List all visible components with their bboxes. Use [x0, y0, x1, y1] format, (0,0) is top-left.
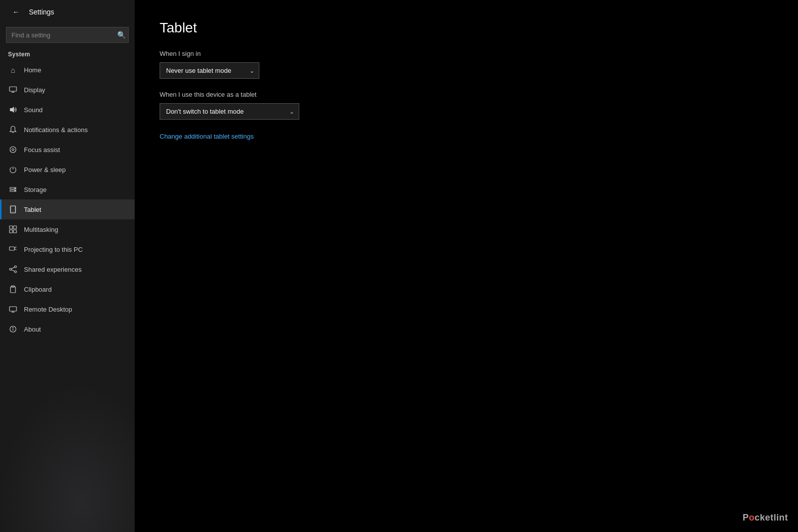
power-icon: [8, 165, 18, 175]
nav-label-power: Power & sleep: [24, 166, 66, 174]
nav-label-notifications: Notifications & actions: [24, 126, 88, 134]
svg-point-20: [9, 268, 11, 270]
use-as-tablet-dropdown[interactable]: Don't switch to tablet mode Switch to ta…: [160, 103, 299, 120]
nav-label-tablet: Tablet: [24, 206, 41, 213]
back-icon: ←: [12, 8, 19, 16]
sign-in-dropdown-container: Never use tablet mode Use tablet mode As…: [160, 62, 259, 79]
sidebar-item-shared[interactable]: Shared experiences: [0, 259, 135, 279]
clipboard-icon: [8, 284, 18, 294]
svg-line-17: [14, 247, 16, 248]
sidebar-item-remote[interactable]: Remote Desktop: [0, 299, 135, 319]
svg-rect-12: [9, 226, 12, 229]
svg-rect-15: [13, 230, 16, 233]
sidebar-item-home[interactable]: ⌂ Home: [0, 60, 135, 80]
sidebar-item-focus[interactable]: Focus assist: [0, 140, 135, 160]
sidebar: ← Settings 🔍 System ⌂ Home Display Sound…: [0, 0, 135, 532]
nav-label-clipboard: Clipboard: [24, 286, 52, 293]
watermark-prefix: P: [743, 513, 749, 523]
shared-icon: [8, 264, 18, 274]
watermark-red: o: [749, 513, 755, 523]
back-button[interactable]: ←: [8, 4, 24, 20]
sidebar-item-projecting[interactable]: Projecting to this PC: [0, 239, 135, 259]
nav-label-about: About: [24, 326, 41, 333]
svg-point-31: [13, 328, 13, 328]
nav-label-display: Display: [24, 86, 45, 94]
sign-in-section: When I sign in Never use tablet mode Use…: [160, 50, 773, 79]
svg-point-19: [14, 266, 16, 268]
projecting-icon: [8, 244, 18, 254]
use-as-tablet-label: When I use this device as a tablet: [160, 91, 773, 98]
sound-icon: [8, 105, 18, 115]
sign-in-label: When I sign in: [160, 50, 773, 57]
sidebar-item-clipboard[interactable]: Clipboard: [0, 279, 135, 299]
sidebar-item-display[interactable]: Display: [0, 80, 135, 100]
remote-icon: [8, 304, 18, 314]
search-input[interactable]: [6, 27, 129, 43]
svg-point-8: [14, 188, 15, 188]
svg-rect-0: [9, 87, 16, 91]
sign-in-dropdown[interactable]: Never use tablet mode Use tablet mode As…: [160, 62, 259, 79]
sidebar-item-notifications[interactable]: Notifications & actions: [0, 120, 135, 140]
display-icon: [8, 85, 18, 95]
tablet-icon: [8, 204, 18, 214]
search-icon[interactable]: 🔍: [117, 31, 126, 39]
watermark: Pocketlint: [743, 513, 788, 523]
sidebar-item-power[interactable]: Power & sleep: [0, 160, 135, 179]
watermark-suffix: cketlint: [755, 513, 788, 523]
nav-label-home: Home: [24, 66, 41, 74]
search-box: 🔍: [6, 27, 129, 43]
svg-line-23: [11, 270, 14, 271]
app-title: Settings: [29, 8, 54, 16]
svg-point-5: [12, 149, 14, 151]
nav-label-remote: Remote Desktop: [24, 306, 72, 313]
storage-icon: [8, 184, 18, 194]
multitasking-icon: [8, 224, 18, 234]
svg-rect-13: [13, 226, 16, 229]
about-icon: [8, 324, 18, 334]
sidebar-item-tablet[interactable]: Tablet: [0, 199, 135, 219]
nav-label-projecting: Projecting to this PC: [24, 246, 83, 253]
svg-point-4: [10, 147, 16, 153]
svg-rect-16: [9, 247, 14, 250]
svg-line-22: [11, 267, 14, 269]
sidebar-header: ← Settings: [0, 0, 135, 24]
sidebar-item-sound[interactable]: Sound: [0, 100, 135, 120]
svg-rect-14: [9, 230, 12, 233]
sidebar-item-storage[interactable]: Storage: [0, 179, 135, 199]
svg-rect-26: [9, 307, 16, 311]
sidebar-item-multitasking[interactable]: Multitasking: [0, 219, 135, 239]
system-label: System: [0, 48, 135, 60]
svg-point-9: [14, 190, 15, 191]
sidebar-item-about[interactable]: About: [0, 319, 135, 339]
notifications-icon: [8, 125, 18, 135]
use-as-tablet-section: When I use this device as a tablet Don't…: [160, 91, 773, 120]
home-icon: ⌂: [8, 65, 18, 75]
focus-icon: [8, 145, 18, 155]
nav-label-sound: Sound: [24, 106, 43, 114]
additional-settings-link[interactable]: Change additional tablet settings: [160, 133, 254, 140]
svg-rect-24: [10, 287, 15, 293]
svg-point-21: [14, 271, 16, 273]
page-title: Tablet: [160, 20, 773, 36]
use-as-tablet-dropdown-container: Don't switch to tablet mode Switch to ta…: [160, 103, 299, 120]
svg-marker-3: [10, 107, 14, 113]
main-content: Tablet When I sign in Never use tablet m…: [135, 0, 798, 532]
nav-label-focus: Focus assist: [24, 146, 60, 154]
nav-label-storage: Storage: [24, 186, 47, 193]
svg-line-18: [14, 249, 16, 250]
nav-label-multitasking: Multitasking: [24, 226, 58, 233]
nav-label-shared: Shared experiences: [24, 266, 82, 273]
